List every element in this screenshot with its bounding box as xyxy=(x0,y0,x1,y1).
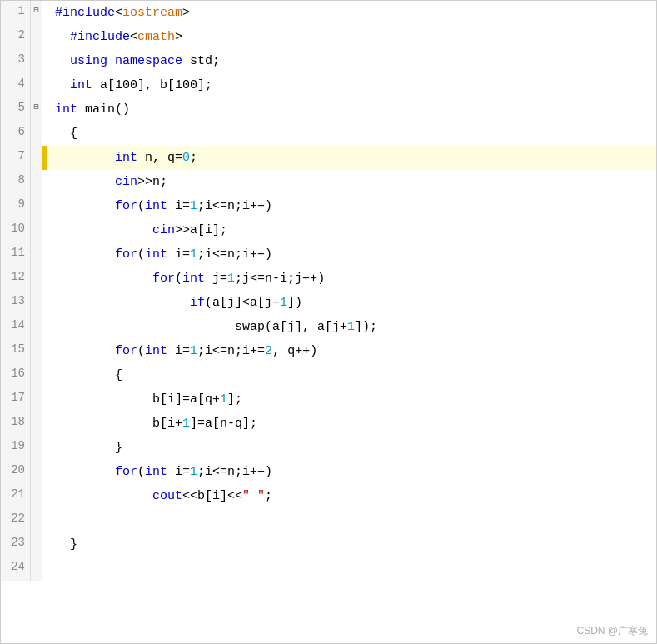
fold-gutter[interactable] xyxy=(31,194,42,218)
token-plain: i= xyxy=(167,465,190,479)
fold-gutter[interactable] xyxy=(31,532,42,557)
token-inc: cmath xyxy=(137,30,175,44)
fold-gutter[interactable] xyxy=(31,291,42,315)
token-plain xyxy=(55,344,115,358)
code-content: } xyxy=(47,532,656,557)
code-line: 12 for(int j=1;j<=n-i;j++) xyxy=(1,267,656,291)
line-number: 17 xyxy=(1,387,31,412)
token-plain: ( xyxy=(137,465,145,479)
line-number: 21 xyxy=(1,484,31,508)
line-number: 3 xyxy=(1,49,31,73)
line-number: 20 xyxy=(1,460,31,484)
code-content: swap(a[j], a[j+1]); xyxy=(47,315,656,339)
token-num: 1 xyxy=(280,296,287,310)
token-num: 0 xyxy=(182,151,190,165)
code-content: #include<cmath> xyxy=(47,25,656,49)
code-content: for(int i=1;i<=n;i+=2, q++) xyxy=(47,339,656,363)
fold-gutter[interactable] xyxy=(31,436,42,460)
token-plain: { xyxy=(55,368,122,382)
token-plain: > xyxy=(182,6,190,20)
code-content: cout<<b[i]<<" "; xyxy=(47,484,656,508)
token-kw: int xyxy=(182,272,205,286)
code-line: 19 } xyxy=(1,436,656,460)
token-plain: j= xyxy=(205,272,227,286)
code-editor: 1⊟#include<iostream>2 #include<cmath>3 u… xyxy=(0,0,657,644)
fold-gutter[interactable] xyxy=(31,25,42,49)
code-line: 4 int a[100], b[100]; xyxy=(1,73,656,97)
token-plain xyxy=(55,296,190,310)
token-plain: b[i+ xyxy=(55,417,182,431)
fold-gutter[interactable] xyxy=(31,557,42,581)
token-plain: i= xyxy=(167,344,190,358)
line-number: 9 xyxy=(1,194,31,218)
code-line: 10 cin>>a[i]; xyxy=(1,218,656,242)
code-content: int n, q=0; xyxy=(47,146,656,170)
code-line: 6 { xyxy=(1,122,656,146)
line-number: 22 xyxy=(1,508,31,532)
fold-gutter[interactable] xyxy=(31,218,42,242)
token-kw: for xyxy=(115,344,137,358)
token-num: 2 xyxy=(265,344,272,358)
token-plain: n, q= xyxy=(137,151,182,165)
fold-icon[interactable]: ⊟ xyxy=(33,5,38,15)
token-plain: a[100], b[100]; xyxy=(92,78,212,92)
fold-gutter[interactable] xyxy=(31,315,42,339)
token-plain: ( xyxy=(175,272,182,286)
fold-gutter[interactable] xyxy=(31,460,42,484)
fold-gutter[interactable]: ⊟ xyxy=(31,1,42,25)
token-plain: >>a[i]; xyxy=(175,223,227,237)
token-plain: < xyxy=(130,30,137,44)
token-plain: ( xyxy=(137,344,145,358)
fold-gutter[interactable] xyxy=(31,49,42,73)
fold-gutter[interactable] xyxy=(31,412,42,436)
token-plain: <<b[i]<< xyxy=(182,489,242,503)
token-plain: > xyxy=(175,30,182,44)
token-plain: < xyxy=(115,6,122,20)
token-kw: int xyxy=(145,199,167,213)
fold-gutter[interactable] xyxy=(31,170,42,194)
code-line: 23 } xyxy=(1,532,656,557)
token-num: 1 xyxy=(190,247,197,262)
token-plain: ; xyxy=(265,489,272,503)
watermark: CSDN @广寒兔 xyxy=(576,624,648,638)
code-line: 21 cout<<b[i]<<" "; xyxy=(1,484,656,508)
line-number: 2 xyxy=(1,25,31,49)
token-plain: b[i]=a[q+ xyxy=(55,392,220,407)
token-plain: i= xyxy=(167,199,190,213)
line-number: 11 xyxy=(1,242,31,267)
line-number: 18 xyxy=(1,412,31,436)
token-kw: namespace xyxy=(115,54,182,68)
code-line: 3 using namespace std; xyxy=(1,49,656,73)
token-plain: >>n; xyxy=(137,175,167,189)
fold-gutter[interactable] xyxy=(31,387,42,412)
token-plain xyxy=(55,54,70,68)
fold-gutter[interactable] xyxy=(31,267,42,291)
code-line: 16 { xyxy=(1,363,656,387)
token-kw: cin xyxy=(152,223,175,237)
fold-icon[interactable]: ⊟ xyxy=(33,102,38,112)
fold-gutter[interactable] xyxy=(31,122,42,146)
token-plain xyxy=(55,489,152,503)
fold-gutter[interactable] xyxy=(31,73,42,97)
code-content: cin>>a[i]; xyxy=(47,218,656,242)
code-content: for(int i=1;i<=n;i++) xyxy=(47,460,656,484)
fold-gutter[interactable] xyxy=(31,242,42,267)
fold-gutter[interactable]: ⊟ xyxy=(31,97,42,122)
code-content: } xyxy=(47,436,656,460)
code-content: for(int j=1;j<=n-i;j++) xyxy=(47,267,656,291)
code-content: for(int i=1;i<=n;i++) xyxy=(47,242,656,267)
fold-gutter[interactable] xyxy=(31,363,42,387)
code-line: 22 xyxy=(1,508,656,532)
fold-gutter[interactable] xyxy=(31,339,42,363)
code-line: 14 swap(a[j], a[j+1]); xyxy=(1,315,656,339)
token-plain xyxy=(55,272,152,286)
code-content: using namespace std; xyxy=(47,49,656,73)
token-plain: main() xyxy=(77,102,130,117)
token-plain: ;i<=n;i++) xyxy=(197,199,272,213)
fold-gutter[interactable] xyxy=(31,146,42,170)
fold-gutter[interactable] xyxy=(31,508,42,532)
token-kw: if xyxy=(190,296,205,310)
fold-gutter[interactable] xyxy=(31,484,42,508)
token-num: 1 xyxy=(190,199,197,213)
code-line: 5⊟int main() xyxy=(1,97,656,122)
